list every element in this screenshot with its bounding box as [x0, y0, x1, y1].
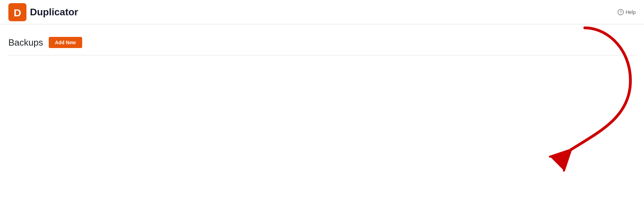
main-content: Backups Add New	[0, 24, 644, 204]
logo-area: D Duplicator	[8, 3, 78, 21]
help-button[interactable]: ? Help	[618, 9, 636, 15]
page-title-area: Backups Add New	[8, 31, 636, 55]
help-label: Help	[626, 9, 636, 15]
svg-text:D: D	[14, 7, 21, 18]
logo-text: Duplicator	[30, 7, 78, 18]
page-title: Backups	[8, 37, 43, 48]
duplicator-logo-icon: D	[8, 3, 26, 21]
add-new-button[interactable]: Add New	[49, 37, 82, 48]
help-circle-icon: ?	[618, 9, 624, 15]
